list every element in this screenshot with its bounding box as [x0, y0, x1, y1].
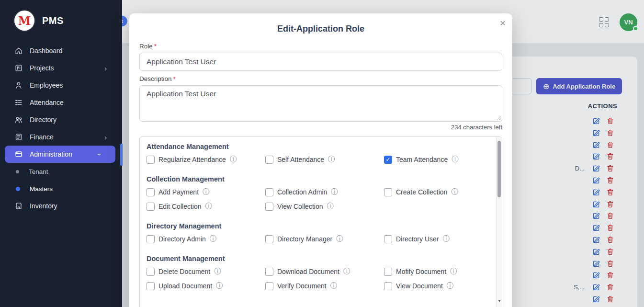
sidebar-item-finance[interactable]: Finance› [0, 128, 122, 146]
sidebar-nav: DashboardProjects›EmployeesAttendanceDir… [0, 42, 122, 215]
directory-icon [14, 115, 23, 124]
info-icon[interactable]: ⓘ [447, 282, 453, 290]
info-icon[interactable]: ⓘ [205, 202, 212, 211]
permission-section: Attendance ManagementRegularize Attendan… [147, 143, 497, 164]
section-title: Directory Management [147, 222, 497, 230]
info-icon[interactable]: ⓘ [452, 155, 458, 164]
sidebar-item-label: Inventory [30, 202, 57, 210]
sidebar-item-projects[interactable]: Projects› [0, 59, 122, 77]
section-title: Attendance Management [147, 143, 497, 150]
section-title: Document Management [147, 255, 497, 262]
info-icon[interactable]: ⓘ [450, 267, 457, 276]
info-icon[interactable]: ⓘ [327, 202, 333, 211]
checkbox[interactable] [147, 282, 155, 290]
home-icon [14, 46, 23, 55]
info-icon[interactable]: ⓘ [336, 235, 343, 243]
description-label-text: Description [139, 75, 172, 82]
checkbox-checked[interactable]: ✓ [384, 156, 392, 164]
info-icon[interactable]: ⓘ [214, 267, 221, 276]
role-input[interactable] [139, 53, 502, 71]
info-icon[interactable]: ⓘ [210, 235, 216, 243]
permission-label: Verify Document [277, 282, 327, 290]
permission-item: Delete Documentⓘ [147, 267, 265, 276]
logo-letter: M [18, 14, 31, 28]
info-icon[interactable]: ⓘ [451, 188, 458, 196]
checkbox[interactable] [265, 282, 273, 290]
sidebar-item-inventory[interactable]: Inventory [0, 197, 122, 215]
inventory-icon [14, 202, 23, 210]
app-title: PMS [42, 15, 64, 26]
projects-icon [14, 64, 23, 72]
permission-item: Directory Adminⓘ [147, 235, 265, 243]
permission-label: Team Attendance [396, 156, 448, 163]
permission-item: Add Paymentⓘ [147, 188, 265, 196]
checkbox[interactable] [265, 156, 273, 164]
info-icon[interactable]: ⓘ [330, 282, 337, 290]
permission-grid: Directory AdminⓘDirectory ManagerⓘDirect… [147, 235, 497, 243]
description-input[interactable]: Application Test User [139, 85, 502, 122]
checkbox[interactable] [265, 188, 273, 196]
permissions-scroll-area: Attendance ManagementRegularize Attendan… [140, 137, 497, 302]
permissions-panel: Attendance ManagementRegularize Attendan… [139, 136, 502, 307]
logo-icon: M [14, 11, 34, 31]
administration-icon [14, 150, 23, 159]
info-icon[interactable]: ⓘ [442, 235, 449, 243]
permission-label: Mofify Document [396, 268, 446, 275]
info-icon[interactable]: ⓘ [203, 188, 209, 196]
checkbox[interactable] [384, 282, 392, 290]
chevron-right-icon: › [104, 64, 107, 72]
scrollbar-thumb[interactable] [497, 141, 501, 197]
required-asterisk: * [154, 43, 157, 50]
checkbox[interactable] [384, 268, 392, 276]
sidebar-subitem-masters[interactable]: Masters [0, 180, 122, 197]
checkbox[interactable] [265, 203, 273, 211]
role-label-text: Role [139, 43, 153, 50]
permission-item: Upload Documentⓘ [147, 282, 265, 290]
permission-label: Collection Admin [277, 188, 327, 196]
permission-grid: Add PaymentⓘCollection AdminⓘCreate Coll… [147, 188, 497, 211]
permission-item: Regularize Attendanceⓘ [147, 155, 265, 164]
info-icon[interactable]: ⓘ [230, 155, 237, 164]
checkbox[interactable] [147, 235, 155, 243]
permission-item: Verify Documentⓘ [265, 282, 384, 290]
sidebar-item-label: Directory [30, 116, 56, 124]
edit-application-role-modal: × Edit-Application Role Role* Descriptio… [129, 13, 512, 307]
permission-label: View Document [396, 282, 443, 290]
sidebar-subitem-tenant[interactable]: Tenant [0, 163, 122, 180]
chevron-right-icon: › [104, 133, 107, 141]
sidebar-item-label: Employees [30, 81, 63, 89]
permission-item: View Documentⓘ [384, 282, 502, 290]
checkbox[interactable] [384, 235, 392, 243]
permission-label: Self Attendance [277, 156, 324, 163]
info-icon[interactable]: ⓘ [343, 267, 350, 276]
info-icon[interactable]: ⓘ [328, 155, 335, 164]
sidebar-item-label: Administration [30, 150, 72, 158]
scrollbar-down-arrow-icon[interactable]: ▼ [497, 299, 502, 303]
permission-label: Directory Manager [277, 235, 332, 243]
checkbox[interactable] [147, 203, 155, 211]
sidebar-item-employees[interactable]: Employees [0, 77, 122, 94]
permission-item: ✓Team Attendanceⓘ [384, 155, 502, 164]
sidebar-item-administration[interactable]: Administration› [5, 146, 115, 163]
sidebar-item-directory[interactable]: Directory [0, 111, 122, 128]
bullet-icon [16, 170, 19, 173]
scrollbar[interactable]: ▼ [496, 137, 502, 307]
sidebar-item-dashboard[interactable]: Dashboard [0, 42, 122, 59]
checkbox[interactable] [147, 268, 155, 276]
permission-item: Mofify Documentⓘ [384, 267, 502, 276]
required-asterisk: * [173, 75, 176, 82]
checkbox[interactable] [384, 188, 392, 196]
sidebar: M PMS DashboardProjects›EmployeesAttenda… [0, 0, 122, 307]
checkbox[interactable] [147, 156, 155, 164]
checkbox[interactable] [147, 188, 155, 196]
sidebar-item-label: Dashboard [30, 47, 63, 55]
permission-label: Directory Admin [158, 235, 206, 243]
employee-icon [14, 81, 23, 90]
sidebar-item-attendance[interactable]: Attendance [0, 94, 122, 111]
info-icon[interactable]: ⓘ [216, 282, 223, 290]
checkbox[interactable] [265, 268, 273, 276]
info-icon[interactable]: ⓘ [331, 188, 338, 196]
finance-icon [14, 133, 23, 141]
description-field-label: Description* [139, 75, 176, 82]
checkbox[interactable] [265, 235, 273, 243]
